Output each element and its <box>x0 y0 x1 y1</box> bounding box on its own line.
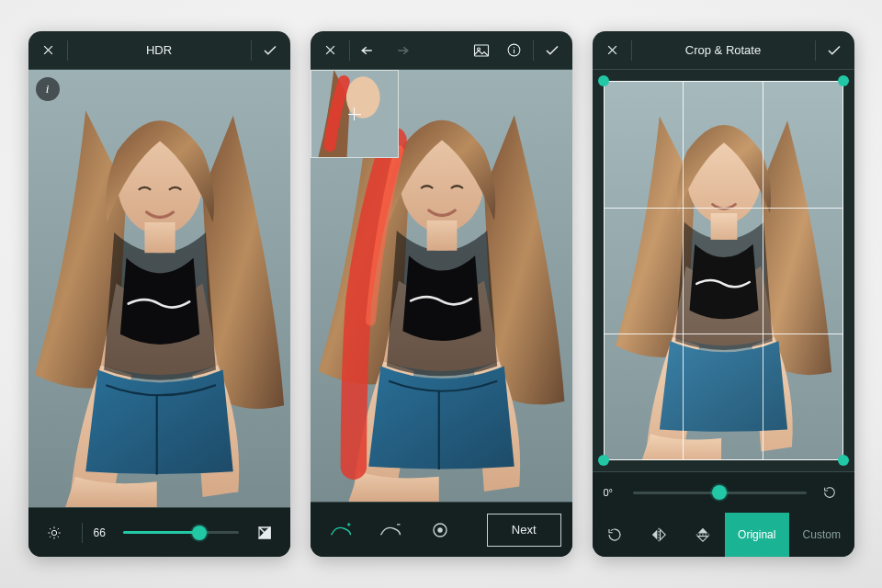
svg-point-3 <box>51 530 56 535</box>
rotate-90-button[interactable] <box>593 513 637 557</box>
footer-crop: 0° Original Custom <box>593 471 854 557</box>
tab-custom-label: Custom <box>803 528 841 541</box>
apply-button[interactable] <box>536 34 569 67</box>
brush-add-tool[interactable] <box>322 511 360 549</box>
flip-vertical-button[interactable] <box>681 513 725 557</box>
compare-toggle-icon[interactable] <box>248 516 281 549</box>
brush-size-tool[interactable] <box>421 511 459 549</box>
angle-value: 0° <box>604 487 624 498</box>
crop-handle-tr[interactable] <box>838 75 849 86</box>
tab-original[interactable]: Original <box>725 513 790 557</box>
undo-button[interactable] <box>352 34 385 67</box>
topbar-hdr: HDR <box>28 31 290 70</box>
panel-crop: Crop & Rotate <box>593 31 854 557</box>
screen-title: HDR <box>146 43 172 57</box>
divider <box>815 40 816 61</box>
topbar-retouch <box>311 31 572 70</box>
divider <box>251 40 252 61</box>
rotate-slider[interactable] <box>633 481 807 503</box>
photo-canvas[interactable]: i <box>28 70 290 507</box>
image-icon[interactable] <box>465 34 498 67</box>
close-button[interactable] <box>314 34 347 67</box>
next-label: Next <box>512 523 537 537</box>
topbar-crop: Crop & Rotate <box>593 31 854 70</box>
divider <box>533 40 534 61</box>
info-icon[interactable]: i <box>36 77 60 101</box>
crop-handle-bl[interactable] <box>598 455 609 466</box>
tab-custom[interactable]: Custom <box>789 513 854 557</box>
close-button[interactable] <box>596 34 629 67</box>
footer-hdr: 66 <box>28 507 290 557</box>
crop-grid[interactable] <box>604 81 843 460</box>
crop-handle-tl[interactable] <box>598 75 609 86</box>
svg-point-15 <box>438 528 442 532</box>
redo-button[interactable] <box>385 34 418 67</box>
panel-retouch: Next <box>311 31 572 557</box>
brightness-icon <box>38 516 71 549</box>
divider <box>82 523 83 543</box>
brush-subtract-tool[interactable] <box>371 511 410 549</box>
apply-button[interactable] <box>254 34 287 67</box>
hdr-slider[interactable] <box>123 522 239 544</box>
flip-horizontal-button[interactable] <box>637 513 681 557</box>
edited-photo <box>28 70 290 507</box>
panel-hdr: HDR <box>28 31 290 557</box>
divider <box>349 40 350 61</box>
svg-point-8 <box>514 47 514 48</box>
slider-value: 66 <box>94 526 114 539</box>
info-icon[interactable] <box>498 34 531 67</box>
reset-rotation-button[interactable] <box>816 479 843 506</box>
svg-point-13 <box>346 77 380 119</box>
footer-retouch: Next <box>311 502 572 557</box>
tab-original-label: Original <box>738 528 775 541</box>
zoom-preview <box>311 70 399 158</box>
photo-canvas[interactable] <box>593 70 854 471</box>
photo-canvas[interactable] <box>311 70 572 502</box>
svg-rect-2 <box>144 222 175 253</box>
close-button[interactable] <box>32 34 65 67</box>
apply-button[interactable] <box>818 34 851 67</box>
next-button[interactable]: Next <box>487 514 561 547</box>
divider <box>631 40 632 61</box>
divider <box>67 40 68 61</box>
crop-handle-br[interactable] <box>838 455 849 466</box>
screen-title: Crop & Rotate <box>685 43 761 57</box>
